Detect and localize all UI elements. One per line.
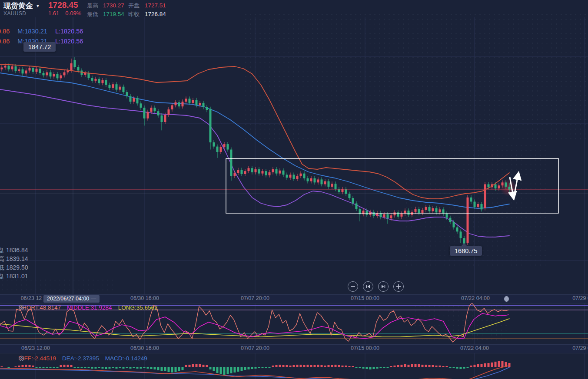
candle-body [143, 108, 146, 119]
stat-label-high: 最高 [87, 2, 98, 9]
time-axis-indicator[interactable]: 06/23 12:0006/30 16:0007/07 20:0007/15 0… [0, 344, 588, 353]
candle-body [307, 178, 309, 181]
candle-body [415, 209, 417, 212]
gear-icon[interactable] [18, 355, 25, 362]
zoom-in-button[interactable] [393, 281, 404, 292]
boll-upper-band [0, 64, 509, 199]
candle-body [116, 84, 118, 89]
chevron-down-icon: ▼ [36, 3, 40, 8]
macd-histogram-bar [15, 366, 17, 367]
macd-histogram-bar [422, 365, 424, 367]
stat-label-prevclose: 昨收 [128, 11, 140, 17]
candle-body [349, 194, 351, 198]
change-value: 1.61 [48, 10, 59, 16]
candle-body [43, 73, 45, 76]
macd-histogram-bar [154, 367, 156, 369]
candle-body [84, 73, 86, 75]
macd-histogram-bar [470, 366, 472, 367]
candle-body [161, 115, 163, 122]
macd-histogram-bar [18, 366, 20, 367]
time-tick-label: 07/29 0 [572, 345, 588, 351]
macd-histogram-bar [296, 365, 299, 367]
macd-histogram-bar [164, 367, 166, 371]
macd-histogram-bar [408, 365, 410, 367]
candle-body [133, 98, 135, 102]
symbol-dropdown[interactable]: 现货黄金▼ [3, 1, 40, 11]
macd-histogram-bar [53, 367, 55, 368]
candle-body [422, 210, 424, 213]
macd-histogram-bar [237, 367, 239, 372]
candle-body [4, 66, 7, 67]
candle-body [175, 102, 177, 105]
candle-body [203, 103, 205, 107]
candle-body [502, 182, 504, 185]
macd-histogram-bar [401, 365, 403, 367]
candle-body [366, 211, 368, 215]
macd-histogram-bar [397, 365, 399, 367]
macd-histogram-bar [387, 367, 389, 368]
macd-histogram-bar [481, 364, 483, 367]
macd-histogram-bar [147, 367, 149, 369]
macd-histogram-bar [415, 364, 417, 367]
macd-histogram-bar [230, 367, 233, 373]
candle-body [453, 222, 455, 227]
candle-body [432, 208, 434, 211]
candle-body [182, 102, 184, 106]
time-tick-label: 07/07 20:00 [241, 295, 269, 301]
candle-body [8, 66, 10, 69]
macd-histogram-bar [143, 367, 146, 368]
candle-body [56, 74, 59, 79]
macd-histogram-bar [289, 366, 292, 367]
macd-histogram-bar [446, 366, 448, 367]
candle-body [50, 73, 52, 77]
symbol-name-label: 现货黄金 [3, 2, 33, 10]
skip-forward-button[interactable] [378, 281, 389, 292]
macd-histogram-bar [467, 367, 469, 368]
macd-histogram-bar [136, 367, 139, 369]
macd-histogram-bar [258, 367, 260, 368]
candle-body [362, 211, 365, 214]
macd-histogram-bar [293, 365, 295, 367]
macd-histogram-bar [404, 364, 406, 367]
candle-body [1, 68, 3, 69]
candle-body [88, 73, 90, 78]
candle-body [477, 204, 479, 207]
candle-body [470, 198, 472, 202]
boll-lower-value: L:1820.56 [55, 38, 83, 45]
skip-back-button[interactable] [363, 281, 373, 292]
candle-body [77, 67, 80, 70]
macd-histogram-bar [359, 367, 361, 368]
rsi-header: SHORT:48.8147 MIDDLE:31.9284 LONG:35.656… [18, 304, 157, 311]
boll-lower-band [0, 89, 509, 237]
candle-body [282, 171, 285, 175]
macd-histogram [1, 361, 511, 375]
time-axis-main[interactable]: 2022/06/27 04:00 — 06/23 1206/30 16:0007… [0, 294, 588, 303]
zoom-out-button[interactable] [348, 281, 358, 292]
candle-body [171, 105, 173, 109]
candle-body [237, 170, 239, 173]
high-price-marker: 1847.72 [23, 42, 56, 52]
ohlc-low-value: 1829.50 [6, 264, 28, 271]
macd-histogram-bar [150, 367, 153, 369]
candle-body [383, 214, 385, 217]
candle-body [390, 215, 392, 218]
macd-histogram-bar [456, 367, 458, 369]
macd-histogram-bar [46, 367, 48, 368]
stat-label-open: 开盘 [128, 2, 140, 9]
macd-histogram-bar [60, 365, 62, 367]
macd-histogram-bar [269, 367, 271, 368]
candle-body [251, 168, 253, 172]
scrollbar-dot[interactable] [504, 296, 509, 302]
time-tick-label: 07/15 00:00 [351, 345, 379, 351]
macd-histogram-bar [380, 367, 382, 368]
macd-histogram-bar [369, 367, 372, 369]
plus-icon [396, 284, 401, 289]
macd-histogram-bar [29, 365, 31, 367]
macd-histogram-bar [272, 366, 274, 367]
candle-body [286, 175, 288, 178]
main-price-chart[interactable] [0, 0, 588, 294]
gear-icon[interactable] [18, 304, 25, 311]
candle-body [331, 184, 333, 187]
macd-histogram-bar [477, 364, 479, 367]
macd-histogram-bar [43, 367, 45, 368]
